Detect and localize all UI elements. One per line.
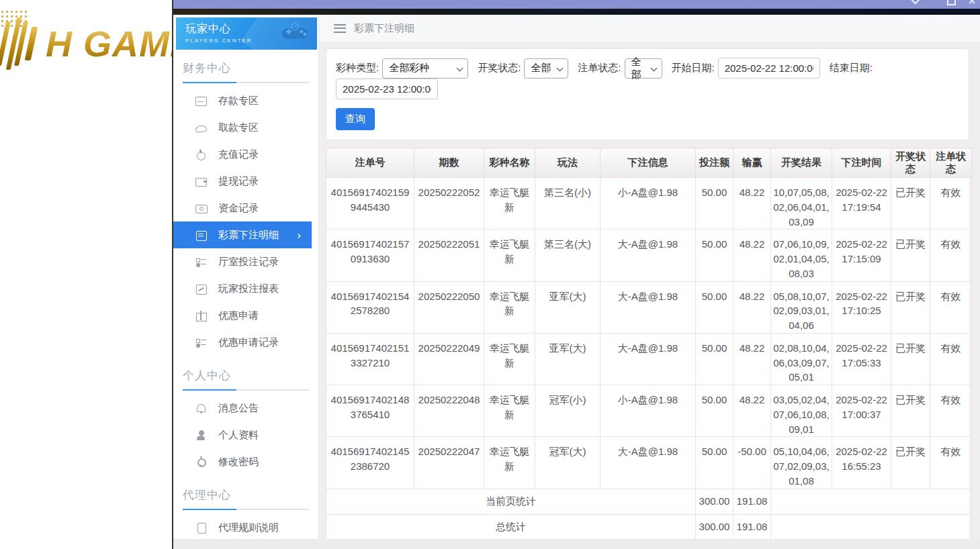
lottery-type-select[interactable]: 全部彩种 [382, 58, 468, 79]
menu-item-icon [195, 256, 207, 268]
column-header: 玩法 [535, 148, 600, 178]
brand-logo: H GAME [1, 17, 172, 70]
summary-win: 191.08 [733, 489, 771, 514]
chevron-down-icon [650, 64, 657, 71]
cell-order-id: 401569174021513327210 [326, 333, 414, 385]
section-title: 财务中心 [173, 60, 318, 76]
window-close-icon[interactable]: × [968, 0, 976, 7]
draw-status-select[interactable]: 全部 [524, 58, 568, 79]
screen: H GAME × 玩家中心 PLAYERS CENTER [0, 0, 980, 549]
cell-bet-info: 大-A盘@1.98 [600, 333, 696, 385]
sidebar-item[interactable]: 取款专区 › [173, 114, 318, 141]
cell-lottery: 幸运飞艇新 [484, 230, 535, 281]
cell-win-loss: 48.22 [733, 281, 771, 333]
sidebar-item[interactable]: 优惠申请 › [173, 302, 318, 329]
cell-order-status: 有效 [930, 333, 972, 385]
section-title: 代理中心 [173, 487, 318, 503]
section-divider [183, 389, 309, 391]
order-status-value: 全部 [631, 56, 645, 81]
sidebar-item[interactable]: 代理规则说明 › [173, 514, 318, 541]
hamburger-menu-icon[interactable] [334, 24, 346, 33]
sidebar-item[interactable]: 玩家投注报表 › [173, 275, 318, 302]
column-header: 投注额 [696, 148, 733, 178]
menu-item-label: 玩家投注报表 [218, 283, 279, 295]
cell-bet-info: 大-A盘@1.98 [600, 437, 696, 489]
menu-item-label: 优惠申请 [218, 309, 259, 322]
sidebar-item[interactable]: 优惠申请记录 › [173, 329, 318, 356]
table-row: 401569174021570913630 20250222051 幸运飞艇新 … [326, 230, 972, 281]
search-button[interactable]: 查询 [336, 108, 375, 130]
column-header: 下注时间 [832, 148, 891, 178]
menu-item-icon [195, 430, 207, 441]
sidebar-header-title: 玩家中心 [185, 22, 317, 36]
menu-item-label: 个人资料 [218, 429, 259, 442]
brand-area: H GAME [0, 0, 172, 549]
menu-list: 存款专区 › 取款专区 › 充值记录 › 提现记录 [173, 87, 318, 356]
summary-amount: 300.00 [696, 514, 733, 540]
sidebar-header: 玩家中心 PLAYERS CENTER [176, 17, 317, 50]
cell-order-status: 有效 [930, 437, 972, 489]
cell-period: 20250222047 [414, 437, 484, 489]
cell-period: 20250222048 [414, 385, 484, 437]
section-divider [183, 509, 309, 510]
end-date-input[interactable] [336, 79, 438, 99]
cell-order-id: 401569174021452386720 [326, 437, 414, 489]
lottery-type-label: 彩种类型: [336, 62, 379, 74]
menu-item-icon [195, 310, 207, 321]
menu-item-label: 存款专区 [218, 95, 259, 107]
gamepad-icon [279, 23, 310, 43]
draw-status-value: 全部 [531, 62, 551, 74]
order-status-select[interactable]: 全部 [625, 58, 662, 79]
sidebar-item[interactable]: 资金记录 › [173, 195, 318, 221]
cell-bet-info: 小-A盘@1.98 [600, 385, 696, 437]
sidebar-item[interactable]: 存款专区 › [173, 87, 318, 114]
menu-item-icon [195, 456, 207, 468]
cell-period: 20250222052 [414, 178, 484, 230]
sidebar: 玩家中心 PLAYERS CENTER 财务中心 [173, 15, 319, 549]
cell-lottery: 幸运飞艇新 [484, 437, 535, 489]
logo-bars-icon [1, 17, 43, 70]
column-header: 注单状态 [930, 148, 972, 178]
column-header: 输赢 [733, 148, 771, 178]
current-page-summary-row: 当前页统计 300.00 191.08 [326, 489, 972, 514]
sidebar-item[interactable]: 彩票下注明细 › [173, 221, 312, 248]
column-header: 下注信息 [600, 148, 696, 178]
total-summary-row: 总统计 300.00 191.08 [326, 514, 972, 540]
cell-bet-info: 小-A盘@1.98 [600, 178, 696, 230]
bets-table: 注单号期数彩种名称玩法下注信息投注额输赢开奖结果下注时间开奖状态注单状态 401… [326, 148, 972, 540]
sidebar-item[interactable]: 充值记录 › [173, 141, 318, 168]
cell-bet-time: 2025-02-22 17:10:25 [832, 281, 891, 333]
sidebar-item[interactable]: 提现记录 › [173, 168, 318, 195]
summary-label: 总统计 [326, 514, 696, 540]
cell-win-loss: 48.22 [733, 385, 771, 437]
content-body: 彩种类型: 全部彩种 开奖状态: 全部 注单状态: [319, 42, 980, 549]
sidebar-item[interactable]: 个人资料 › [173, 421, 318, 448]
menu-item-icon [195, 283, 207, 295]
sidebar-item[interactable]: 消息公告 › [173, 395, 318, 421]
start-date-input[interactable] [718, 58, 820, 79]
page-title: 彩票下注明细 [354, 22, 414, 35]
cell-bet-time: 2025-02-22 17:05:33 [832, 333, 891, 385]
cell-win-loss: 48.22 [733, 178, 771, 230]
cell-order-id: 401569174021542578280 [326, 281, 414, 333]
cell-period: 20250222050 [414, 281, 484, 333]
cell-amount: 50.00 [696, 385, 733, 437]
window-maximize-icon[interactable] [947, 0, 956, 5]
sidebar-item[interactable]: 厅室投注记录 › [173, 248, 318, 275]
cell-amount: 50.00 [696, 178, 733, 230]
menu-item-label: 取款专区 [218, 121, 259, 134]
cell-order-id: 401569174021599445430 [326, 178, 414, 230]
order-status-label: 注单状态: [578, 62, 621, 74]
sidebar-item[interactable]: 修改密码 › [173, 448, 318, 475]
cell-bet-time: 2025-02-22 17:15:09 [832, 230, 891, 281]
cell-period: 20250222051 [414, 230, 484, 281]
menu-item-icon [195, 403, 207, 414]
table-row: 401569174021513327210 20250222049 幸运飞艇新 … [326, 333, 972, 385]
menu-item-label: 充值记录 [218, 148, 259, 161]
cell-lottery: 幸运飞艇新 [484, 178, 535, 230]
sidebar-section-finance: 财务中心 存款专区 › 取款专区 › [173, 50, 318, 357]
window-minimize-icon[interactable] [911, 0, 920, 5]
menu-item-icon [195, 203, 207, 214]
summary-label: 当前页统计 [326, 489, 696, 514]
filter-panel: 彩种类型: 全部彩种 开奖状态: 全部 注单状态: [326, 48, 969, 140]
